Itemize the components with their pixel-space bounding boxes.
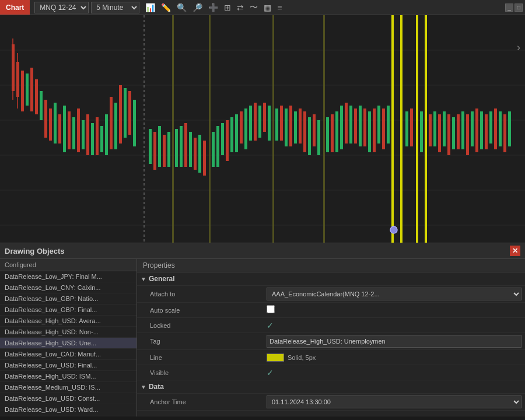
navigate-right-button[interactable]: ›	[517, 41, 520, 54]
line-color-box[interactable]	[267, 354, 284, 362]
list-item[interactable]: DataRelease_Low_CAD: Manuf...	[0, 349, 136, 360]
svg-rect-30	[58, 114, 61, 144]
zoom-in-icon[interactable]: 🔍	[176, 2, 188, 13]
list-item[interactable]: DataRelease_Medium_USD: IS...	[0, 382, 136, 393]
auto-scale-checkbox[interactable]	[267, 305, 275, 313]
general-toggle[interactable]: ▼	[141, 276, 146, 282]
svg-rect-78	[303, 111, 306, 152]
anchor-time-row: Anchor Time 01.11.2024 13:30:00	[137, 394, 525, 411]
list-item[interactable]: DataRelease_Low_GBP: Final...	[0, 304, 136, 316]
list-item[interactable]: DataRelease_High_USD: Avera...	[0, 316, 136, 327]
svg-rect-66	[244, 108, 247, 149]
tag-input[interactable]	[267, 335, 522, 348]
visible-check-icon: ✓	[267, 368, 274, 377]
locked-check-icon: ✓	[267, 321, 274, 330]
svg-rect-111	[485, 114, 488, 149]
svg-rect-88	[354, 108, 357, 144]
toolbar-icons: 📊 ✏️ 🔍 🔎 ➕ ⊞ ⇄ 〜 ▦ ≡	[144, 1, 505, 14]
svg-rect-51	[167, 132, 170, 167]
close-button[interactable]: ✕	[510, 246, 520, 256]
svg-rect-11	[391, 15, 394, 243]
svg-rect-52	[175, 129, 178, 167]
crosshair-icon[interactable]: ✏️	[160, 2, 172, 13]
layout-icon[interactable]: ▦	[262, 2, 272, 13]
svg-rect-50	[163, 135, 166, 167]
svg-rect-114	[499, 111, 502, 146]
svg-rect-87	[349, 106, 352, 144]
list-item[interactable]: DataRelease_Low_CNY: Caixin...	[0, 282, 136, 293]
svg-rect-75	[289, 106, 292, 146]
properties-header: Properties	[137, 259, 525, 272]
svg-rect-92	[373, 108, 376, 152]
properties-panel: Properties ▼ General Attach to AAA_Econo…	[137, 259, 525, 416]
symbol-select[interactable]: MNQ 12-24 MNQ 03-25	[34, 2, 89, 13]
svg-rect-26	[40, 91, 43, 120]
timeframe-select[interactable]: 1 Minute 5 Minute 15 Minute 1 Hour 1 Day	[91, 2, 139, 13]
list-item[interactable]: DataRelease_Low_JPY: Final M...	[0, 271, 136, 282]
data-toggle[interactable]: ▼	[141, 384, 146, 390]
panel-body: Configured DataRelease_Low_JPY: Final M.…	[0, 259, 525, 416]
list-item[interactable]: DataRelease_High_USD: Non-...	[0, 327, 136, 338]
svg-point-15	[390, 226, 397, 233]
anchor-time-value: 01.11.2024 13:30:00	[267, 396, 522, 408]
line-preview: Solid, 5px	[267, 354, 522, 362]
locked-label: Locked	[150, 322, 267, 329]
svg-rect-48	[153, 132, 156, 170]
list-item[interactable]: DataRelease_High_USD: ISM...	[0, 371, 136, 382]
list-item[interactable]: DataRelease_Low_USD: Final...	[0, 360, 136, 371]
list-item[interactable]: DataRelease_Low_USD: Const...	[0, 393, 136, 404]
anchor-time-label: Anchor Time	[150, 398, 267, 405]
svg-rect-24	[30, 68, 33, 111]
svg-rect-49	[158, 126, 161, 167]
maximize-button[interactable]: □	[514, 4, 523, 12]
svg-rect-8	[209, 15, 211, 243]
locked-row: Locked ✓	[137, 318, 525, 333]
line-label: Line	[150, 354, 267, 361]
svg-rect-110	[480, 111, 483, 149]
svg-rect-106	[461, 111, 464, 149]
svg-rect-42	[114, 103, 117, 149]
svg-rect-34	[77, 108, 80, 152]
auto-scale-row: Auto scale	[137, 303, 525, 318]
list-icon[interactable]: ≡	[276, 2, 283, 13]
svg-rect-77	[299, 108, 302, 144]
svg-rect-97	[410, 108, 413, 146]
anchor-time-select[interactable]: 01.11.2024 13:30:00	[267, 396, 522, 408]
line-row: Line Solid, 5px	[137, 350, 525, 365]
svg-rect-35	[82, 120, 85, 149]
list-item[interactable]: DataRelease_High_USD: Une...	[0, 338, 136, 349]
svg-rect-76	[294, 111, 297, 144]
visible-label: Visible	[150, 369, 267, 376]
grid-icon[interactable]: ⊞	[223, 2, 232, 13]
zoom-out-icon[interactable]: 🔎	[191, 2, 204, 13]
drawing-objects-panel: Drawing Objects ✕ Configured DataRelease…	[0, 243, 525, 416]
svg-rect-95	[387, 106, 390, 144]
panel-title: Drawing Objects	[5, 247, 65, 256]
svg-rect-47	[149, 129, 152, 164]
list-item[interactable]: DataRelease_Low_GBP: Natio...	[0, 293, 136, 304]
attach-to-select[interactable]: AAA_EconomicCalendar(MNQ 12-2...	[267, 288, 522, 300]
svg-rect-72	[275, 108, 278, 141]
svg-rect-22	[21, 71, 24, 111]
list-item[interactable]: DataRelease_Low_USD: Ward...	[0, 404, 136, 415]
add-icon[interactable]: ➕	[207, 2, 219, 13]
bar-chart-icon[interactable]: 📊	[144, 2, 156, 13]
svg-rect-79	[308, 117, 311, 155]
line-style-text: Solid, 5px	[288, 354, 316, 361]
auto-scale-value	[267, 305, 522, 315]
sync-icon[interactable]: ⇄	[236, 2, 245, 13]
svg-rect-38	[96, 117, 99, 155]
svg-rect-113	[494, 108, 497, 149]
svg-rect-65	[240, 111, 243, 144]
configured-header: Configured	[0, 259, 136, 271]
object-list: Configured DataRelease_Low_JPY: Final M.…	[0, 259, 137, 416]
svg-rect-37	[91, 123, 94, 155]
svg-rect-67	[249, 106, 252, 141]
minimize-button[interactable]: _	[505, 4, 513, 12]
chart-area: ›	[0, 15, 525, 243]
svg-rect-56	[194, 138, 197, 170]
svg-rect-94	[382, 108, 385, 149]
svg-rect-86	[345, 103, 348, 144]
wave-icon[interactable]: 〜	[249, 1, 259, 14]
svg-rect-54	[184, 123, 187, 167]
